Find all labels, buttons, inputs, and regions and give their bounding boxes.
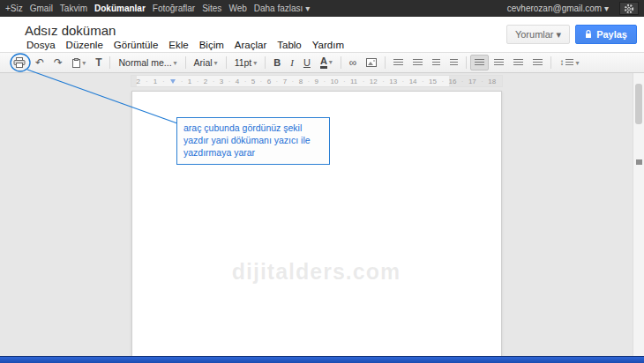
ruler-number: 14 <box>409 78 417 85</box>
align-right-icon <box>513 59 523 67</box>
topbar-item-dokumanlar[interactable]: Dokümanlar <box>94 4 146 13</box>
scrollbar-thumb[interactable] <box>635 84 642 124</box>
ruler-number: 4 <box>236 78 239 85</box>
align-right-button[interactable] <box>509 55 528 70</box>
ruler-number: 2 <box>137 78 140 85</box>
ruler-tick <box>308 78 311 85</box>
ruler-tick <box>363 78 365 85</box>
document-canvas: 2 1 1 2 3 4 5 <box>0 73 633 356</box>
topbar-item-siz[interactable]: +Siz <box>5 4 23 13</box>
link-icon: ∞ <box>349 57 357 68</box>
header: Adsız doküman Yorumlar ▾ Paylaş <box>0 17 644 38</box>
align-left-button[interactable] <box>470 55 489 70</box>
menu-araclar[interactable]: Araçlar <box>235 40 266 50</box>
numbered-list-icon <box>393 59 403 67</box>
align-left-icon <box>475 59 484 67</box>
bold-button[interactable]: B <box>269 55 285 70</box>
insert-link-button[interactable]: ∞ <box>345 55 362 70</box>
settings-button[interactable] <box>619 2 639 15</box>
text-color-button[interactable]: A ▾ <box>316 55 337 71</box>
underline-button[interactable]: U <box>299 55 315 70</box>
ruler-number: 17 <box>468 78 476 85</box>
line-spacing-button[interactable]: ↕ ▾ <box>555 55 583 70</box>
menu-duzenle[interactable]: Düzenle <box>66 40 103 50</box>
ruler-number: 16 <box>449 78 457 85</box>
undo-button[interactable]: ↶ <box>31 55 49 70</box>
topbar-item-fotograflar[interactable]: Fotoğraflar <box>153 4 195 13</box>
toolbar-separator <box>185 56 186 69</box>
insert-image-button[interactable] <box>362 55 381 70</box>
ruler-tick <box>197 78 199 85</box>
topbar-item-sites[interactable]: Sites <box>202 4 221 13</box>
toolbar-separator <box>466 56 467 69</box>
topbar-item-web[interactable]: Web <box>228 4 246 13</box>
google-bar: +Siz Gmail Takvim Dokümanlar Fotoğraflar… <box>0 0 644 17</box>
menu-yardim[interactable]: Yardım <box>312 40 344 50</box>
ruler-number: 13 <box>389 78 397 85</box>
gear-icon <box>624 4 634 14</box>
align-center-button[interactable] <box>490 55 508 70</box>
image-icon <box>366 58 377 67</box>
watermark-text: dijitalders.com <box>132 259 501 285</box>
italic-icon: I <box>290 57 294 68</box>
toolbar-separator <box>226 56 227 69</box>
justify-icon <box>533 59 543 67</box>
redo-icon: ↷ <box>54 57 63 68</box>
document-title[interactable]: Adsız doküman <box>0 17 116 38</box>
ruler-number: 18 <box>488 78 496 85</box>
toolbar-separator <box>109 56 110 69</box>
share-button[interactable]: Paylaş <box>575 25 637 44</box>
ruler-number: 8 <box>299 78 303 85</box>
ruler-tick <box>276 78 279 85</box>
indent-marker[interactable] <box>170 79 176 84</box>
ruler-tick <box>343 78 346 85</box>
outdent-button[interactable] <box>428 55 445 70</box>
paint-format-button[interactable]: T <box>91 55 106 70</box>
undo-icon: ↶ <box>35 57 44 68</box>
lock-icon <box>585 30 592 39</box>
ruler-tick <box>181 78 183 85</box>
menu-bicim[interactable]: Biçim <box>199 40 224 50</box>
font-size-dropdown[interactable]: 11pt ▾ <box>230 55 262 70</box>
justify-button[interactable] <box>528 55 547 70</box>
dropdown-icon: ▾ <box>174 59 177 67</box>
print-icon <box>13 57 26 68</box>
ruler-tick <box>213 78 215 85</box>
comments-button[interactable]: Yorumlar ▾ <box>506 25 570 44</box>
paste-button[interactable]: ▾ <box>68 55 90 70</box>
font-dropdown[interactable]: Arial ▾ <box>190 55 222 70</box>
vertical-scrollbar[interactable] <box>633 73 644 356</box>
menu-dosya[interactable]: Dosya <box>26 40 56 50</box>
numbered-list-button[interactable] <box>389 55 408 70</box>
italic-button[interactable]: I <box>286 55 298 70</box>
ruler[interactable]: 2 1 1 2 3 4 5 <box>131 75 503 87</box>
account-menu[interactable]: cevherozan@gmail.com ▾ <box>507 4 609 13</box>
toolbar: ↶ ↷ ▾ T Normal me... ▾ Arial ▾ 11pt ▾ B … <box>0 52 644 73</box>
ruler-left-numbers: 2 1 <box>137 78 176 85</box>
topbar-item-gmail[interactable]: Gmail <box>30 4 53 13</box>
redo-button[interactable]: ↷ <box>49 55 67 70</box>
ruler-number: 15 <box>429 78 437 85</box>
menu-goruntule[interactable]: Görüntüle <box>114 40 159 50</box>
ruler-number: 3 <box>220 78 223 85</box>
os-taskbar[interactable] <box>0 356 644 363</box>
topbar-item-more[interactable]: Daha fazlası ▾ <box>254 4 310 13</box>
ruler-tick <box>422 78 424 85</box>
toolbar-separator <box>550 56 551 69</box>
bulleted-list-icon <box>413 59 423 67</box>
ruler-number: 9 <box>315 78 318 85</box>
ruler-number: 11 <box>350 78 357 85</box>
text-color-icon: A <box>320 56 327 70</box>
indent-button[interactable] <box>446 55 462 70</box>
menu-ekle[interactable]: Ekle <box>168 40 188 50</box>
menu-tablo[interactable]: Tablo <box>277 40 302 50</box>
ruler-number: 1 <box>188 78 191 85</box>
bulleted-list-button[interactable] <box>408 55 427 70</box>
line-spacing-icon: ↕ <box>559 58 564 67</box>
style-dropdown[interactable]: Normal me... ▾ <box>114 55 181 70</box>
print-button[interactable] <box>9 55 30 70</box>
toolbar-separator <box>341 56 341 69</box>
topbar-item-takvim[interactable]: Takvim <box>60 4 87 13</box>
share-button-label: Paylaş <box>596 29 627 40</box>
ruler-tick <box>162 78 165 85</box>
